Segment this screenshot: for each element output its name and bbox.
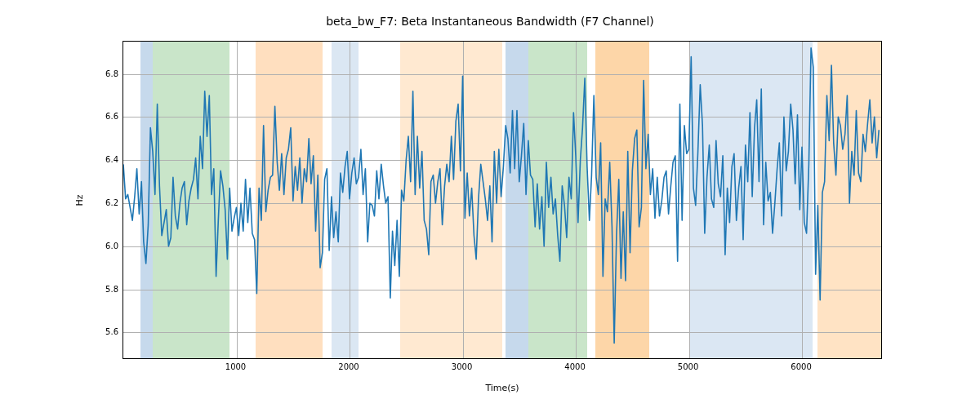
y-tick: 6.4 [94, 155, 118, 164]
y-tick: 6.6 [94, 112, 118, 121]
y-tick: 6.0 [94, 241, 118, 250]
plot-area [122, 41, 882, 359]
x-tick: 2000 [338, 362, 359, 371]
line-series [123, 42, 881, 358]
x-tick: 3000 [452, 362, 472, 371]
y-axis-label: Hz [74, 41, 85, 359]
chart-title: beta_bw_F7: Beta Instantaneous Bandwidth… [0, 15, 980, 28]
y-tick: 5.8 [94, 284, 118, 293]
y-tick: 5.6 [94, 327, 118, 336]
y-tick: 6.8 [94, 69, 118, 78]
x-tick: 6000 [791, 362, 811, 371]
x-tick: 1000 [225, 362, 246, 371]
x-tick: 4000 [564, 362, 585, 371]
figure: beta_bw_F7: Beta Instantaneous Bandwidth… [0, 0, 980, 408]
x-tick: 5000 [678, 362, 698, 371]
y-tick: 6.2 [94, 197, 118, 206]
x-axis-label: Time(s) [122, 383, 882, 393]
